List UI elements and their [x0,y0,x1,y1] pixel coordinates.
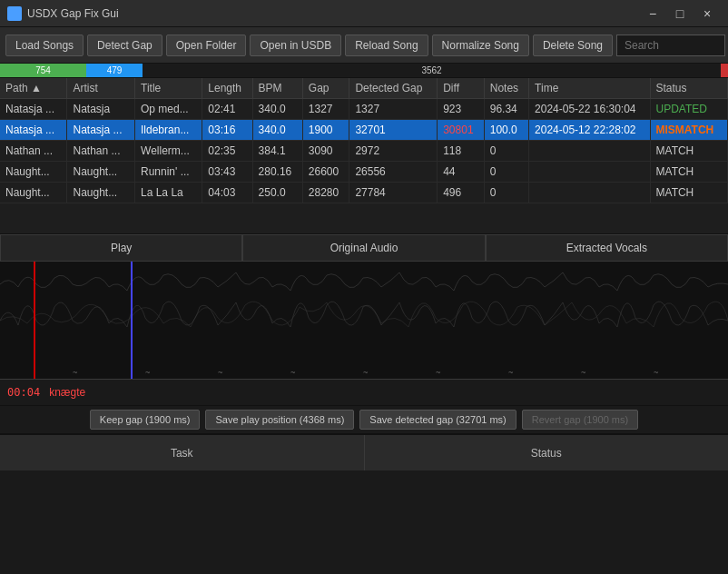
svg-text:~: ~ [581,368,586,377]
status-task-label: Task [171,447,193,460]
col-title[interactable]: Title [135,78,202,99]
minimize-button[interactable]: − [639,0,666,27]
svg-text:~: ~ [508,368,514,377]
col-detected-gap[interactable]: Detected Gap [349,78,438,99]
table-row[interactable]: Natasja ...NatasjaOp med...02:41340.0132… [0,99,728,120]
player-tabs: Play Original Audio Extracted Vocals [0,234,728,262]
detect-gap-button[interactable]: Detect Gap [87,35,162,56]
tab-extracted-vocals[interactable]: Extracted Vocals [486,234,728,262]
close-button[interactable]: × [694,0,721,27]
progress-mid: 3562 [143,64,721,77]
svg-text:~: ~ [73,368,78,377]
titlebar-title: USDX Gap Fix Gui [27,7,639,20]
waveform-svg: ~ ~ ~ ~ ~ ~ ~ ~ ~ [0,262,728,379]
save-detected-gap-button[interactable]: Save detected gap (32701 ms) [359,410,516,430]
col-notes[interactable]: Notes [484,78,528,99]
table-row[interactable]: Naught...Naught...Runnin' ...03:43280.16… [0,162,728,183]
table-row[interactable]: Natasja ...Natasja ...Ildebran...03:1634… [0,120,728,141]
maximize-button[interactable]: □ [666,0,694,27]
table-row[interactable]: Naught...Naught...La La La04:03250.02828… [0,183,728,203]
open-folder-button[interactable]: Open Folder [166,35,247,56]
titlebar-controls: − □ × [639,0,721,27]
normalize-song-button[interactable]: Normalize Song [432,35,529,56]
progress-red [721,64,728,77]
svg-text:~: ~ [654,368,659,377]
tab-play[interactable]: Play [0,234,242,262]
time-display: 00:04 [7,386,40,399]
search-input[interactable] [616,35,725,56]
reload-song-button[interactable]: Reload Song [345,35,428,56]
col-time[interactable]: Time [529,78,650,99]
lyrics-text: knægte [49,386,85,399]
col-diff[interactable]: Diff [438,78,485,99]
progress-green: 754 [0,64,86,77]
time-lyrics-row: 00:04 knægte [0,380,728,405]
col-length[interactable]: Length [202,78,252,99]
svg-text:~: ~ [218,368,223,377]
keep-gap-button[interactable]: Keep gap (1900 ms) [90,410,201,430]
col-gap[interactable]: Gap [302,78,349,99]
song-table-container: Path ▲ Artist Title Length BPM Gap Detec… [0,78,728,234]
col-bpm[interactable]: BPM [252,78,302,99]
player-section: Play Original Audio Extracted Vocals ~ [0,234,728,406]
col-path[interactable]: Path ▲ [0,78,67,99]
col-status[interactable]: Status [650,78,727,99]
tab-original-audio[interactable]: Original Audio [242,234,485,262]
col-artist[interactable]: Artist [67,78,135,99]
svg-text:~: ~ [145,368,151,377]
revert-gap-button[interactable]: Revert gap (1900 ms) [522,410,638,430]
load-songs-button[interactable]: Load Songs [5,35,84,56]
table-header-row: Path ▲ Artist Title Length BPM Gap Detec… [0,78,728,99]
status-status-col: Status [365,435,729,470]
action-buttons-row: Keep gap (1900 ms) Save play position (4… [0,406,728,434]
delete-song-button[interactable]: Delete Song [533,35,613,56]
svg-text:~: ~ [436,368,441,377]
titlebar: USDX Gap Fix Gui − □ × [0,0,728,27]
svg-text:~: ~ [290,368,296,377]
svg-text:~: ~ [363,368,369,377]
progress-bar: 754 479 3562 [0,64,728,78]
song-table: Path ▲ Artist Title Length BPM Gap Detec… [0,78,728,203]
progress-blue: 479 [86,64,143,77]
table-row[interactable]: Nathan ...Nathan ...Wellerm...02:35384.1… [0,141,728,162]
app-icon [7,6,22,21]
toolbar: Load Songs Detect Gap Open Folder Open i… [0,27,728,64]
status-bar: Task Status [0,434,728,470]
open-in-usdb-button[interactable]: Open in USDB [250,35,341,56]
save-play-pos-button[interactable]: Save play position (4368 ms) [205,410,354,430]
status-status-label: Status [531,447,562,460]
status-task-col: Task [0,435,365,470]
waveform-container: ~ ~ ~ ~ ~ ~ ~ ~ ~ [0,262,728,380]
